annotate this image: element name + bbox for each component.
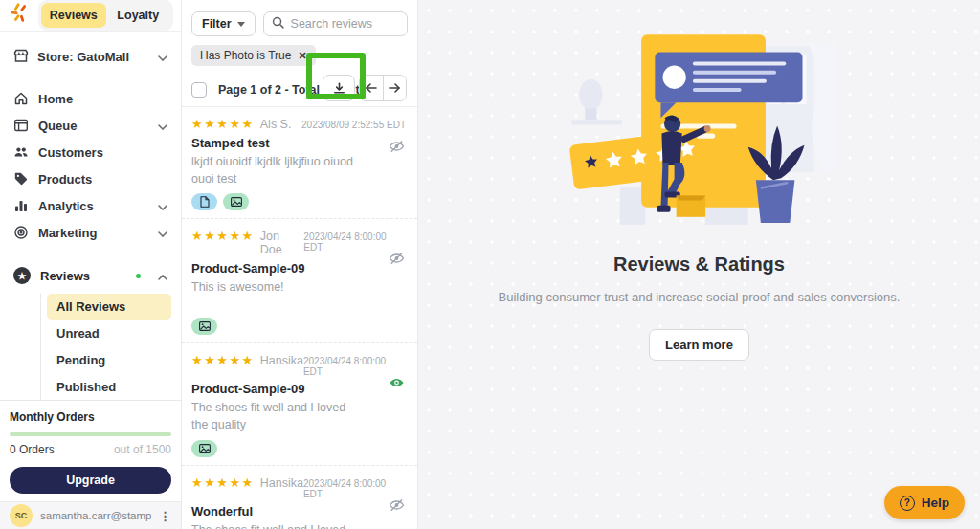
review-title: Wonderful	[191, 504, 406, 518]
stamped-dashboard: Reviews Loyalty Store: GatoMall Home	[0, 0, 980, 529]
sidebar-header: Reviews Loyalty	[0, 0, 181, 32]
visibility-toggle[interactable]	[389, 376, 406, 389]
tab-reviews[interactable]: Reviews	[41, 3, 106, 28]
user-email: samantha.carr@stamped.io	[40, 510, 151, 521]
sidebar-item-label: Analytics	[38, 199, 94, 213]
pager-group	[359, 75, 407, 101]
subnav-pending[interactable]: Pending	[47, 347, 171, 373]
stamped-logo-icon	[8, 1, 33, 30]
eye-slash-icon	[389, 140, 405, 153]
sidebar-item-marketing[interactable]: Marketing	[0, 219, 181, 246]
help-button-label: Help	[922, 496, 949, 510]
sidebar-item-label: Marketing	[38, 226, 97, 240]
question-mark-icon: ?	[900, 496, 915, 511]
review-body: lkjdf oiuoidf lkjdlk ljlkjfiuo oiuod ouo…	[191, 153, 362, 187]
review-list: ★★★★★ Ais S. 2023/08/09 2:52:55 EDT Stam…	[182, 107, 417, 529]
store-selector[interactable]: Store: GatoMall	[0, 49, 181, 64]
subnav-unread[interactable]: Unread	[47, 320, 171, 346]
help-button[interactable]: ? Help	[884, 486, 965, 519]
review-date: 2023/04/24 8:00:00 EDT	[303, 231, 406, 253]
tab-loyalty[interactable]: Loyalty	[106, 3, 171, 28]
select-all-checkbox[interactable]	[191, 82, 207, 98]
sidebar-item-label: Home	[38, 92, 73, 106]
products-icon	[13, 171, 29, 187]
filter-chip[interactable]: Has Photo is True ✕	[191, 45, 316, 66]
review-date: 2023/04/24 8:00:00 EDT	[303, 478, 406, 499]
sidebar-item-label: Queue	[38, 119, 77, 133]
review-author: Hansika	[260, 354, 303, 367]
sidebar-item-reviews[interactable]: ★ Reviews	[0, 261, 181, 290]
review-list-item[interactable]: ★★★★★ Hansika 2023/04/24 8:00:00 EDT Won…	[182, 466, 417, 529]
notification-dot	[136, 274, 141, 278]
sidebar-item-analytics[interactable]: Analytics	[0, 192, 181, 219]
main-panel: Reviews & Ratings Building consumer trus…	[418, 0, 980, 529]
user-account-row[interactable]: SC samantha.carr@stamped.io ⋮	[0, 501, 181, 529]
subnav-published[interactable]: Published	[47, 374, 171, 400]
photo-badge[interactable]	[191, 318, 217, 335]
sidebar: Reviews Loyalty Store: GatoMall Home	[0, 0, 182, 529]
sidebar-nav: Home Queue Customers	[0, 85, 181, 246]
next-page-button[interactable]	[384, 76, 407, 100]
filter-button[interactable]: Filter	[191, 11, 256, 36]
review-list-panel: Filter Has Photo is True ✕ Page 1 of 2 -…	[182, 0, 418, 529]
visibility-toggle[interactable]	[389, 252, 406, 265]
monthly-orders-panel: Monthly Orders 0 Orders out of 1500 Upgr…	[0, 400, 181, 501]
remove-filter-icon[interactable]: ✕	[298, 50, 306, 62]
chevron-down-icon	[158, 50, 167, 64]
document-badge[interactable]	[191, 193, 217, 210]
avatar: SC	[10, 504, 33, 527]
badge-row	[191, 193, 406, 210]
prev-page-button[interactable]	[360, 76, 384, 100]
review-list-item[interactable]: ★★★★★ Ais S. 2023/08/09 2:52:55 EDT Stam…	[182, 107, 417, 219]
photo-icon	[199, 321, 211, 331]
sidebar-item-label: Reviews	[40, 269, 90, 283]
review-body: The shoes fit well and I loved the quali…	[191, 399, 362, 433]
page-description: Building consumer trust and increase soc…	[499, 288, 901, 308]
kebab-menu-icon[interactable]: ⋮	[159, 509, 171, 523]
review-body: This is awesome!	[191, 278, 362, 312]
eye-slash-icon	[389, 252, 405, 265]
star-rating: ★★★★★	[191, 117, 255, 131]
search-input[interactable]	[291, 17, 399, 31]
sidebar-item-label: Products	[38, 172, 92, 187]
photo-badge[interactable]	[223, 193, 249, 210]
list-toolbar: Filter	[182, 0, 417, 36]
upgrade-button[interactable]: Upgrade	[10, 467, 171, 494]
photo-icon	[231, 197, 242, 207]
pagination-row: Page 1 of 2 - Total Results	[182, 73, 417, 107]
badge-row	[191, 318, 406, 335]
subnav-all-reviews[interactable]: All Reviews	[47, 294, 171, 320]
reviews-star-icon: ★	[13, 267, 31, 284]
review-date: 2023/04/24 8:00:00 EDT	[303, 356, 406, 377]
sidebar-item-queue[interactable]: Queue	[0, 112, 181, 139]
reviews-ratings-illustration	[561, 25, 838, 231]
photo-badge[interactable]	[191, 440, 217, 457]
store-label: Store: GatoMall	[37, 50, 129, 64]
sidebar-item-products[interactable]: Products	[0, 165, 181, 192]
visibility-toggle[interactable]	[389, 498, 406, 512]
chevron-down-icon	[158, 226, 167, 240]
analytics-icon	[13, 198, 29, 213]
chevron-up-icon	[158, 269, 167, 283]
customers-icon	[13, 144, 29, 160]
learn-more-button[interactable]: Learn more	[649, 329, 749, 361]
review-title: Product-Sample-09	[191, 382, 406, 396]
star-rating: ★★★★★	[191, 353, 255, 367]
active-filters-row: Has Photo is True ✕	[182, 36, 417, 66]
review-list-item[interactable]: ★★★★★ Jon Doe 2023/04/24 8:00:00 EDT Pro…	[182, 219, 417, 343]
star-rating: ★★★★★	[191, 229, 255, 243]
search-icon	[272, 15, 284, 33]
photo-icon	[199, 444, 211, 453]
review-date: 2023/08/09 2:52:55 EDT	[301, 120, 406, 130]
export-download-button[interactable]	[323, 75, 355, 101]
document-icon	[200, 196, 210, 208]
review-list-item[interactable]: ★★★★★ Hansika 2023/04/24 8:00:00 EDT Pro…	[182, 343, 417, 465]
review-title: Product-Sample-09	[191, 261, 406, 276]
visibility-toggle[interactable]	[389, 140, 406, 153]
sidebar-item-customers[interactable]: Customers	[0, 139, 181, 165]
sidebar-item-home[interactable]: Home	[0, 85, 181, 112]
orders-count: 0 Orders	[10, 443, 55, 456]
review-author: Hansika	[260, 476, 303, 490]
queue-icon	[13, 118, 29, 133]
star-rating: ★★★★★	[191, 475, 255, 490]
